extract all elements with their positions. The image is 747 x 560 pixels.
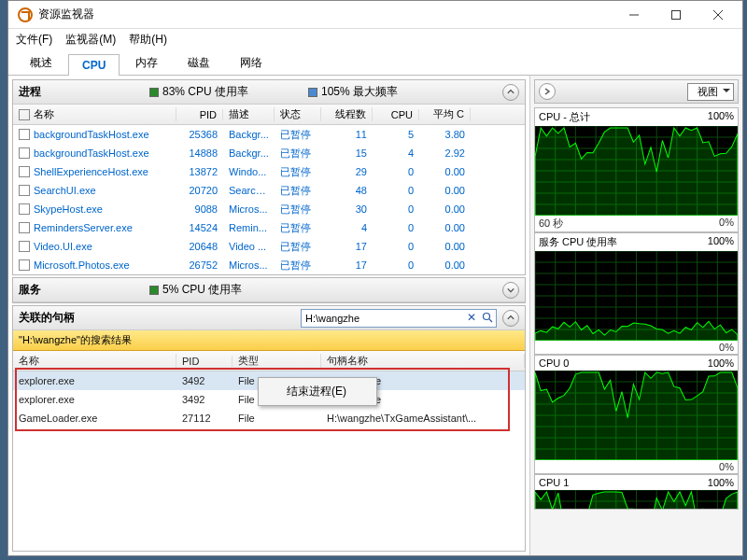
menubar: 文件(F) 监视器(M) 帮助(H) [8, 29, 742, 49]
collapse-icon[interactable] [502, 84, 519, 101]
close-button[interactable] [697, 2, 739, 28]
tab-cpu[interactable]: CPU [68, 54, 120, 76]
resource-monitor-window: 资源监视器 文件(F) 监视器(M) 帮助(H) 概述 CPU 内存 磁盘 网络… [7, 0, 743, 556]
expand-icon[interactable] [502, 282, 519, 299]
svg-marker-26 [535, 128, 738, 216]
graph-foot-left: 60 秒 [539, 217, 563, 231]
menu-monitor[interactable]: 监视器(M) [65, 32, 116, 48]
cpu-graph: 服务 CPU 使用率100% 0% [534, 232, 739, 355]
window-title: 资源监视器 [38, 7, 613, 22]
graph-max: 100% [708, 110, 734, 124]
search-results-bar: "H:\wangzhe"的搜索结果 [13, 330, 525, 351]
clear-icon[interactable]: ✕ [467, 311, 476, 324]
handles-header[interactable]: 关联的句柄 ✕ [13, 306, 525, 330]
menu-help[interactable]: 帮助(H) [129, 32, 167, 48]
svc-cpu-icon [149, 286, 159, 295]
graph-title: 服务 CPU 使用率 [539, 235, 617, 249]
col-desc[interactable]: 描述 [223, 107, 275, 121]
row-checkbox[interactable] [19, 129, 30, 140]
minimize-button[interactable] [613, 2, 655, 28]
services-title: 服务 [19, 282, 149, 298]
collapse-icon[interactable] [502, 310, 519, 327]
table-row[interactable]: ShellExperienceHost.exe 13872Windo...已暂停… [13, 162, 525, 181]
graph-foot-right: 0% [719, 342, 734, 353]
hcol-pid[interactable]: PID [176, 356, 233, 367]
table-row[interactable]: SkypeHost.exe 9088Micros...已暂停 3000.00 [13, 200, 525, 218]
graphs-header: 视图 [534, 79, 739, 104]
graph-max: 100% [708, 357, 734, 369]
hcol-hname[interactable]: 句柄名称 [321, 354, 525, 368]
graph-title: CPU - 总计 [539, 110, 590, 124]
col-status[interactable]: 状态 [275, 107, 321, 121]
cpu-graph: CPU 0100% 0% [534, 355, 739, 474]
graphs-column: 视图 CPU - 总计100% 60 秒0%服务 CPU 使用率100% 0%C… [529, 76, 742, 555]
col-cpu[interactable]: CPU [373, 109, 419, 120]
row-checkbox[interactable] [19, 241, 30, 252]
max-freq-label: 105% 最大频率 [321, 84, 398, 100]
table-row[interactable]: backgroundTaskHost.exe 25368Backgr...已暂停… [13, 125, 525, 144]
cpu-usage-icon [149, 88, 159, 97]
view-dropdown[interactable]: 视图 [687, 83, 734, 101]
col-avg[interactable]: 平均 C [419, 107, 471, 121]
processes-header[interactable]: 进程 83% CPU 使用率 105% 最大频率 [13, 80, 525, 105]
table-row[interactable]: GameLoader.exe27112FileH:\wangzhe\TxGame… [13, 409, 525, 427]
col-threads[interactable]: 线程数 [321, 107, 373, 121]
app-icon [18, 7, 33, 22]
processes-panel: 进程 83% CPU 使用率 105% 最大频率 名称 PID 描述 状态 线程… [12, 79, 526, 275]
row-checkbox[interactable] [19, 222, 30, 233]
graph-title: CPU 0 [539, 357, 569, 369]
graph-max: 100% [708, 235, 734, 249]
play-icon[interactable] [539, 83, 556, 100]
tabbar: 概述 CPU 内存 磁盘 网络 [8, 49, 742, 76]
row-checkbox[interactable] [19, 166, 30, 177]
titlebar[interactable]: 资源监视器 [8, 1, 742, 29]
maximize-button[interactable] [655, 2, 697, 28]
svg-line-5 [489, 319, 492, 322]
table-row[interactable]: Video.UI.exe 20648Video ...已暂停 1700.00 [13, 237, 525, 256]
table-row[interactable]: SearchUI.exe 20720Search...已暂停 4800.00 [13, 181, 525, 200]
hcol-type[interactable]: 类型 [233, 354, 321, 368]
menu-file[interactable]: 文件(F) [16, 32, 52, 48]
col-pid[interactable]: PID [176, 109, 223, 120]
processes-title: 进程 [19, 84, 149, 100]
tab-network[interactable]: 网络 [226, 50, 276, 75]
row-checkbox[interactable] [19, 259, 30, 271]
handles-title: 关联的句柄 [19, 310, 149, 326]
services-panel: 服务 5% CPU 使用率 [12, 277, 526, 303]
handles-panel: 关联的句柄 ✕ "H:\wangzhe"的搜索结果 名称 PID 类型 [12, 305, 526, 552]
row-checkbox[interactable] [19, 185, 30, 196]
svg-marker-47 [535, 321, 738, 341]
search-icon[interactable] [482, 312, 493, 323]
tab-memory[interactable]: 内存 [121, 50, 172, 75]
svc-cpu-label: 5% CPU 使用率 [162, 282, 242, 298]
context-menu: 结束进程(E) [258, 377, 377, 406]
services-header[interactable]: 服务 5% CPU 使用率 [13, 278, 525, 302]
hcol-name[interactable]: 名称 [13, 354, 176, 368]
row-checkbox[interactable] [19, 147, 30, 159]
tab-disk[interactable]: 磁盘 [174, 50, 224, 75]
svg-point-4 [484, 313, 490, 319]
col-name[interactable]: 名称 [34, 107, 54, 121]
svg-rect-1 [671, 10, 680, 19]
graph-max: 100% [708, 477, 734, 488]
cpu-graph: CPU 1100% [534, 474, 739, 510]
graph-title: CPU 1 [539, 477, 569, 488]
graph-foot-right: 0% [719, 461, 734, 472]
checkbox-all[interactable] [19, 109, 30, 120]
cpu-usage-label: 83% CPU 使用率 [162, 84, 248, 100]
table-row[interactable]: RemindersServer.exe 14524Remin...已暂停 400… [13, 218, 525, 237]
row-checkbox[interactable] [19, 203, 30, 215]
cpu-graph: CPU - 总计100% 60 秒0% [534, 107, 739, 232]
table-row[interactable]: backgroundTaskHost.exe 14888Backgr...已暂停… [13, 144, 525, 162]
graph-foot-right: 0% [719, 217, 734, 231]
max-freq-icon [308, 88, 317, 97]
processes-table: 名称 PID 描述 状态 线程数 CPU 平均 C backgroundTask… [13, 105, 525, 274]
handles-search: ✕ [301, 309, 497, 328]
menu-end-process[interactable]: 结束进程(E) [261, 380, 374, 403]
tab-overview[interactable]: 概述 [16, 50, 66, 75]
table-row[interactable]: Microsoft.Photos.exe 26752Micros...已暂停 1… [13, 256, 525, 274]
